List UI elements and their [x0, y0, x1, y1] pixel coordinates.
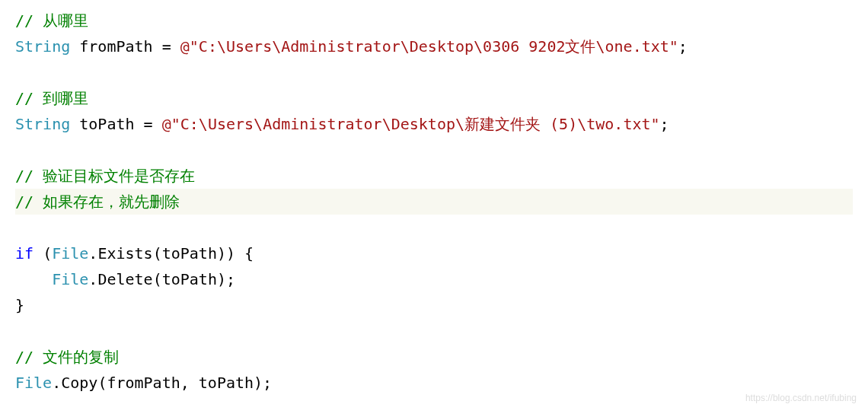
- code-line-6: [15, 141, 24, 159]
- verbatim-at: @: [162, 115, 171, 133]
- type-keyword: String: [15, 115, 70, 133]
- code-line-1: // 从哪里: [15, 11, 88, 30]
- code-line-9: if (File.Exists(toPath)) {: [15, 244, 254, 263]
- var-decl: fromPath =: [70, 37, 180, 56]
- code-block: // 从哪里 String fromPath = @"C:\Users\Admi…: [15, 8, 853, 396]
- method-call: .Copy(fromPath, toPath);: [52, 374, 272, 392]
- verbatim-at: @: [180, 37, 190, 56]
- type-keyword: String: [15, 37, 70, 56]
- paren: (: [34, 244, 52, 263]
- code-line-13: // 文件的复制: [15, 348, 119, 366]
- code-line-12: [15, 322, 24, 340]
- code-line-8-highlighted: // 如果存在，就先删除: [15, 189, 853, 215]
- var-decl: toPath =: [70, 115, 161, 133]
- code-line-2: String fromPath = @"C:\Users\Administrat…: [15, 37, 688, 56]
- method-call: .Exists(toPath)) {: [88, 244, 254, 263]
- file-class: File: [52, 244, 88, 263]
- comment: // 验证目标文件是否存在: [15, 167, 195, 185]
- code-line-14: File.Copy(fromPath, toPath);: [15, 374, 272, 392]
- code-line-7: // 验证目标文件是否存在: [15, 167, 195, 185]
- file-class: File: [15, 374, 52, 392]
- comment: // 到哪里: [15, 89, 88, 107]
- code-line-5: String toPath = @"C:\Users\Administrator…: [15, 115, 669, 133]
- watermark: https://blog.csdn.net/ifubing: [745, 390, 857, 403]
- code-line-3: [15, 63, 24, 81]
- string-literal: "C:\Users\Administrator\Desktop\新建文件夹 (5…: [171, 115, 660, 133]
- indent: [15, 270, 52, 288]
- comment: // 如果存在，就先删除: [15, 193, 180, 211]
- string-literal: "C:\Users\Administrator\Desktop\0306 920…: [190, 37, 678, 56]
- code-line-10: File.Delete(toPath);: [15, 270, 235, 288]
- code-line-11: }: [15, 296, 24, 314]
- file-class: File: [52, 270, 88, 288]
- method-call: .Delete(toPath);: [88, 270, 235, 288]
- comment: // 从哪里: [15, 11, 88, 30]
- semicolon: ;: [660, 115, 669, 133]
- semicolon: ;: [678, 37, 688, 56]
- if-keyword: if: [15, 244, 34, 263]
- comment: // 文件的复制: [15, 348, 119, 366]
- brace: }: [15, 296, 24, 314]
- code-line-4: // 到哪里: [15, 89, 88, 107]
